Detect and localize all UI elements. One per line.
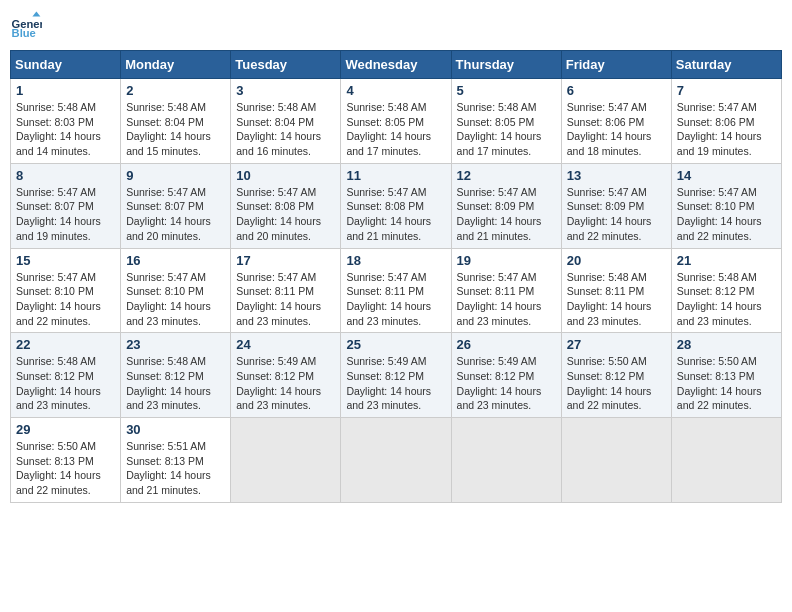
calendar-cell: 6 Sunrise: 5:47 AM Sunset: 8:06 PM Dayli…: [561, 79, 671, 164]
day-detail: Sunrise: 5:47 AM Sunset: 8:09 PM Dayligh…: [457, 185, 556, 244]
sunset-text: Sunset: 8:07 PM: [126, 200, 204, 212]
day-detail: Sunrise: 5:48 AM Sunset: 8:04 PM Dayligh…: [236, 100, 335, 159]
sunset-text: Sunset: 8:12 PM: [567, 370, 645, 382]
sunset-text: Sunset: 8:07 PM: [16, 200, 94, 212]
sunrise-text: Sunrise: 5:48 AM: [677, 271, 757, 283]
sunset-text: Sunset: 8:10 PM: [677, 200, 755, 212]
sunrise-text: Sunrise: 5:48 AM: [16, 101, 96, 113]
calendar-cell: 30 Sunrise: 5:51 AM Sunset: 8:13 PM Dayl…: [121, 418, 231, 503]
day-detail: Sunrise: 5:48 AM Sunset: 8:12 PM Dayligh…: [126, 354, 225, 413]
day-number: 27: [567, 337, 666, 352]
sunrise-text: Sunrise: 5:50 AM: [677, 355, 757, 367]
calendar-cell: 27 Sunrise: 5:50 AM Sunset: 8:12 PM Dayl…: [561, 333, 671, 418]
day-number: 4: [346, 83, 445, 98]
sunset-text: Sunset: 8:11 PM: [236, 285, 314, 297]
daylight-text: Daylight: 14 hours and 17 minutes.: [346, 130, 431, 157]
weekday-header-friday: Friday: [561, 51, 671, 79]
day-detail: Sunrise: 5:47 AM Sunset: 8:06 PM Dayligh…: [677, 100, 776, 159]
day-number: 12: [457, 168, 556, 183]
sunrise-text: Sunrise: 5:47 AM: [567, 101, 647, 113]
daylight-text: Daylight: 14 hours and 21 minutes.: [457, 215, 542, 242]
daylight-text: Daylight: 14 hours and 20 minutes.: [126, 215, 211, 242]
sunset-text: Sunset: 8:08 PM: [236, 200, 314, 212]
sunset-text: Sunset: 8:13 PM: [16, 455, 94, 467]
weekday-header-thursday: Thursday: [451, 51, 561, 79]
svg-text:Blue: Blue: [12, 27, 36, 39]
day-number: 20: [567, 253, 666, 268]
day-detail: Sunrise: 5:47 AM Sunset: 8:10 PM Dayligh…: [16, 270, 115, 329]
calendar-cell: 14 Sunrise: 5:47 AM Sunset: 8:10 PM Dayl…: [671, 163, 781, 248]
daylight-text: Daylight: 14 hours and 23 minutes.: [457, 300, 542, 327]
day-detail: Sunrise: 5:47 AM Sunset: 8:10 PM Dayligh…: [126, 270, 225, 329]
sunset-text: Sunset: 8:08 PM: [346, 200, 424, 212]
day-number: 11: [346, 168, 445, 183]
calendar-cell: 7 Sunrise: 5:47 AM Sunset: 8:06 PM Dayli…: [671, 79, 781, 164]
logo-icon: General Blue: [10, 10, 42, 42]
weekday-header-row: SundayMondayTuesdayWednesdayThursdayFrid…: [11, 51, 782, 79]
sunrise-text: Sunrise: 5:47 AM: [16, 271, 96, 283]
weekday-header-saturday: Saturday: [671, 51, 781, 79]
day-number: 21: [677, 253, 776, 268]
daylight-text: Daylight: 14 hours and 23 minutes.: [677, 300, 762, 327]
sunrise-text: Sunrise: 5:48 AM: [457, 101, 537, 113]
day-number: 1: [16, 83, 115, 98]
calendar-cell: 29 Sunrise: 5:50 AM Sunset: 8:13 PM Dayl…: [11, 418, 121, 503]
day-detail: Sunrise: 5:48 AM Sunset: 8:12 PM Dayligh…: [16, 354, 115, 413]
calendar-cell: 17 Sunrise: 5:47 AM Sunset: 8:11 PM Dayl…: [231, 248, 341, 333]
sunset-text: Sunset: 8:04 PM: [236, 116, 314, 128]
calendar-cell: 3 Sunrise: 5:48 AM Sunset: 8:04 PM Dayli…: [231, 79, 341, 164]
day-detail: Sunrise: 5:50 AM Sunset: 8:13 PM Dayligh…: [677, 354, 776, 413]
weekday-header-wednesday: Wednesday: [341, 51, 451, 79]
daylight-text: Daylight: 14 hours and 20 minutes.: [236, 215, 321, 242]
sunset-text: Sunset: 8:12 PM: [677, 285, 755, 297]
day-number: 3: [236, 83, 335, 98]
calendar-cell: 15 Sunrise: 5:47 AM Sunset: 8:10 PM Dayl…: [11, 248, 121, 333]
day-number: 8: [16, 168, 115, 183]
day-detail: Sunrise: 5:48 AM Sunset: 8:12 PM Dayligh…: [677, 270, 776, 329]
weekday-header-tuesday: Tuesday: [231, 51, 341, 79]
calendar-cell: 25 Sunrise: 5:49 AM Sunset: 8:12 PM Dayl…: [341, 333, 451, 418]
sunset-text: Sunset: 8:13 PM: [126, 455, 204, 467]
calendar-cell: 10 Sunrise: 5:47 AM Sunset: 8:08 PM Dayl…: [231, 163, 341, 248]
daylight-text: Daylight: 14 hours and 23 minutes.: [236, 300, 321, 327]
daylight-text: Daylight: 14 hours and 21 minutes.: [346, 215, 431, 242]
day-number: 14: [677, 168, 776, 183]
sunset-text: Sunset: 8:03 PM: [16, 116, 94, 128]
day-detail: Sunrise: 5:51 AM Sunset: 8:13 PM Dayligh…: [126, 439, 225, 498]
day-number: 30: [126, 422, 225, 437]
day-detail: Sunrise: 5:48 AM Sunset: 8:05 PM Dayligh…: [346, 100, 445, 159]
day-number: 15: [16, 253, 115, 268]
sunrise-text: Sunrise: 5:48 AM: [236, 101, 316, 113]
sunrise-text: Sunrise: 5:47 AM: [346, 271, 426, 283]
day-number: 17: [236, 253, 335, 268]
weekday-header-sunday: Sunday: [11, 51, 121, 79]
sunset-text: Sunset: 8:05 PM: [457, 116, 535, 128]
day-number: 26: [457, 337, 556, 352]
day-number: 25: [346, 337, 445, 352]
sunset-text: Sunset: 8:09 PM: [457, 200, 535, 212]
daylight-text: Daylight: 14 hours and 14 minutes.: [16, 130, 101, 157]
sunset-text: Sunset: 8:12 PM: [457, 370, 535, 382]
daylight-text: Daylight: 14 hours and 16 minutes.: [236, 130, 321, 157]
day-detail: Sunrise: 5:49 AM Sunset: 8:12 PM Dayligh…: [346, 354, 445, 413]
calendar-cell: 19 Sunrise: 5:47 AM Sunset: 8:11 PM Dayl…: [451, 248, 561, 333]
day-detail: Sunrise: 5:48 AM Sunset: 8:11 PM Dayligh…: [567, 270, 666, 329]
calendar-cell: 21 Sunrise: 5:48 AM Sunset: 8:12 PM Dayl…: [671, 248, 781, 333]
day-number: 24: [236, 337, 335, 352]
sunset-text: Sunset: 8:12 PM: [346, 370, 424, 382]
day-detail: Sunrise: 5:47 AM Sunset: 8:10 PM Dayligh…: [677, 185, 776, 244]
daylight-text: Daylight: 14 hours and 22 minutes.: [16, 300, 101, 327]
daylight-text: Daylight: 14 hours and 15 minutes.: [126, 130, 211, 157]
sunrise-text: Sunrise: 5:47 AM: [126, 271, 206, 283]
day-detail: Sunrise: 5:48 AM Sunset: 8:05 PM Dayligh…: [457, 100, 556, 159]
sunrise-text: Sunrise: 5:47 AM: [236, 271, 316, 283]
daylight-text: Daylight: 14 hours and 23 minutes.: [346, 300, 431, 327]
day-detail: Sunrise: 5:47 AM Sunset: 8:09 PM Dayligh…: [567, 185, 666, 244]
calendar-cell: 16 Sunrise: 5:47 AM Sunset: 8:10 PM Dayl…: [121, 248, 231, 333]
sunrise-text: Sunrise: 5:47 AM: [346, 186, 426, 198]
sunrise-text: Sunrise: 5:47 AM: [126, 186, 206, 198]
sunrise-text: Sunrise: 5:47 AM: [457, 186, 537, 198]
day-number: 10: [236, 168, 335, 183]
day-detail: Sunrise: 5:49 AM Sunset: 8:12 PM Dayligh…: [457, 354, 556, 413]
calendar-cell: 13 Sunrise: 5:47 AM Sunset: 8:09 PM Dayl…: [561, 163, 671, 248]
